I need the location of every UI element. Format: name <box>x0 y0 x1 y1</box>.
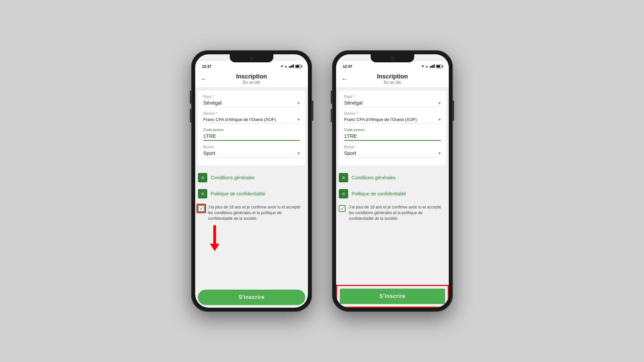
left-phone-wrapper: 12:37 P ▲ <box>191 50 312 312</box>
right-bonus-chevron: ▾ <box>438 150 441 156</box>
left-arrow-head <box>210 244 219 251</box>
vol-down-button <box>190 109 191 122</box>
right-conditions-text: Conditions générales <box>352 175 396 180</box>
right-battery-icon <box>436 65 442 68</box>
right-submit-button[interactable]: S'inscrire <box>340 289 445 304</box>
network-icon: P <box>281 65 283 68</box>
left-page-title: Inscription <box>236 73 267 80</box>
right-pays-chevron: ▾ <box>438 100 441 106</box>
right-signal-bars <box>430 64 435 68</box>
left-pays-label: Pays * <box>203 95 300 99</box>
phones-container: 12:37 P ▲ <box>191 50 453 312</box>
left-submit-wrapper: S'inscrire <box>195 287 308 308</box>
right-vol-down-button <box>331 109 332 122</box>
left-code-promo-label: Code promo <box>203 128 300 132</box>
left-conditions-link[interactable]: ≡ Conditions générales <box>198 170 305 186</box>
left-devise-value: Franc CFA d'Afrique de l'Ouest (XOF) <box>203 117 276 122</box>
right-bonus-value: Sport <box>344 150 356 156</box>
right-pays-value: Sénégal <box>344 100 363 106</box>
right-phone: 12:37 P ▲ <box>332 50 453 312</box>
right-checkbox-wrapper <box>339 205 345 212</box>
right-time: 12:37 <box>343 64 352 68</box>
left-form-area: Pays * Sénégal ▾ Devise * Franc C <box>198 90 305 166</box>
left-screen-content: Pays * Sénégal ▾ Devise * Franc C <box>195 88 308 308</box>
right-back-button[interactable]: ← <box>341 75 347 82</box>
left-politique-link[interactable]: ≡ Politique de confidentialité <box>198 186 305 202</box>
right-code-promo-label: Code promo <box>344 128 441 132</box>
right-header: ← Inscription En un clic <box>336 70 449 88</box>
left-arrow-shaft <box>213 225 216 244</box>
right-pays-label: Pays * <box>344 95 441 99</box>
left-phone: 12:37 P ▲ <box>191 50 312 312</box>
left-politique-text: Politique de confidentialité <box>211 191 265 196</box>
right-form-area: Pays * Sénégal ▾ Devise * Franc C <box>339 90 446 166</box>
right-politique-doc-icon: ≡ <box>342 191 345 196</box>
right-devise-chevron: ▾ <box>438 117 441 122</box>
right-conditions-link[interactable]: ≡ Conditions générales <box>339 170 446 186</box>
left-scrollable: Pays * Sénégal ▾ Devise * Franc C <box>195 88 308 287</box>
battery-icon <box>295 65 301 68</box>
left-code-promo-field: Code promo <box>203 128 300 141</box>
left-checkbox-wrapper <box>198 205 205 212</box>
left-checkbox-section: J'ai plus de 18 ans et je confirme avoir… <box>195 203 308 223</box>
right-phone-wrapper: 12:37 P ▲ <box>332 50 453 312</box>
left-bonus-label: Bonus <box>203 145 300 149</box>
left-conditions-text: Conditions générales <box>211 175 255 180</box>
right-devise-value: Franc CFA d'Afrique de l'Ouest (XOF) <box>344 117 417 122</box>
right-network-icon: P <box>422 65 424 68</box>
right-code-promo-input[interactable] <box>344 133 441 141</box>
right-devise-label: Devise * <box>344 111 441 115</box>
left-devise-chevron: ▾ <box>298 117 300 122</box>
right-devise-field: Devise * Franc CFA d'Afrique de l'Ouest … <box>344 111 441 124</box>
signal-bars <box>289 64 294 68</box>
power-button <box>312 101 313 121</box>
left-status-icons: P ▲ <box>281 64 301 68</box>
right-conditions-icon: ≡ <box>339 173 348 182</box>
left-code-promo-input[interactable] <box>203 133 300 141</box>
right-power-button <box>453 101 454 121</box>
left-politique-icon: ≡ <box>198 189 207 198</box>
right-politique-link[interactable]: ≡ Politique de confidentialité <box>339 186 446 202</box>
left-back-button[interactable]: ← <box>201 75 207 82</box>
right-pays-row[interactable]: Sénégal ▾ <box>344 100 441 107</box>
right-page-subtitle: En un clic <box>384 80 401 85</box>
left-conditions-icon: ≡ <box>198 173 207 182</box>
left-checkbox[interactable] <box>198 205 205 212</box>
wifi-icon: ▲ <box>284 65 287 68</box>
right-politique-icon: ≡ <box>339 189 348 198</box>
right-page-title: Inscription <box>377 73 408 80</box>
left-bonus-chevron: ▾ <box>298 150 300 156</box>
right-checkbox-text: J'ai plus de 18 ans et je confirme avoir… <box>349 204 446 221</box>
right-status-icons: P ▲ <box>422 64 442 68</box>
left-devise-field: Devise * Franc CFA d'Afrique de l'Ouest … <box>203 111 300 124</box>
left-submit-button[interactable]: S'inscrire <box>198 290 305 305</box>
right-code-promo-field: Code promo <box>344 128 441 141</box>
left-devise-label: Devise * <box>203 111 300 115</box>
right-vol-up-button <box>331 90 332 104</box>
left-page-subtitle: En un clic <box>243 80 260 85</box>
left-bonus-row[interactable]: Sport ▾ <box>203 150 300 158</box>
right-links-section: ≡ Conditions générales ≡ Politique de co… <box>336 168 449 203</box>
right-bonus-row[interactable]: Sport ▾ <box>344 150 441 158</box>
right-checkbox[interactable] <box>339 205 345 212</box>
right-pays-field: Pays * Sénégal ▾ <box>344 95 441 107</box>
right-devise-row[interactable]: Franc CFA d'Afrique de l'Ouest (XOF) ▾ <box>344 117 441 124</box>
left-bonus-value: Sport <box>203 150 215 156</box>
left-links-section: ≡ Conditions générales ≡ Politique de co… <box>195 168 308 203</box>
right-politique-text: Politique de confidentialité <box>352 191 406 196</box>
left-checkbox-text: J'ai plus de 18 ans et je confirme avoir… <box>208 204 305 221</box>
right-scrollable: Pays * Sénégal ▾ Devise * Franc C <box>336 88 449 285</box>
vol-up-button <box>190 90 191 104</box>
left-phone-screen: 12:37 P ▲ <box>195 54 308 308</box>
right-submit-wrapper: S'inscrire <box>336 285 449 308</box>
left-devise-row[interactable]: Franc CFA d'Afrique de l'Ouest (XOF) ▾ <box>203 117 300 124</box>
left-politique-doc-icon: ≡ <box>201 191 204 196</box>
left-bonus-field: Bonus Sport ▾ <box>203 145 300 158</box>
right-wifi-icon: ▲ <box>425 65 428 68</box>
left-conditions-doc-icon: ≡ <box>201 175 204 180</box>
left-pays-chevron: ▾ <box>298 100 300 106</box>
left-pays-row[interactable]: Sénégal ▾ <box>203 100 300 107</box>
left-pays-field: Pays * Sénégal ▾ <box>203 95 300 107</box>
right-conditions-doc-icon: ≡ <box>342 175 345 180</box>
right-bonus-label: Bonus <box>344 145 441 149</box>
